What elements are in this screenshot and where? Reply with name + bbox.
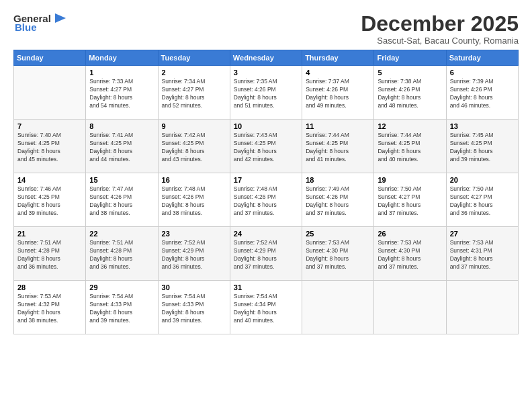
calendar-day-cell: 16Sunrise: 7:48 AM Sunset: 4:26 PM Dayli… — [158, 173, 230, 227]
day-info: Sunrise: 7:44 AM Sunset: 4:25 PM Dayligh… — [306, 132, 370, 164]
day-number: 20 — [450, 176, 515, 184]
subtitle: Sascut-Sat, Bacau County, Romania — [361, 36, 519, 46]
header-day: Thursday — [302, 50, 374, 66]
calendar-day-cell: 18Sunrise: 7:49 AM Sunset: 4:26 PM Dayli… — [302, 173, 374, 227]
day-number: 2 — [162, 68, 226, 77]
svg-marker-0 — [55, 13, 66, 23]
day-info: Sunrise: 7:54 AM Sunset: 4:33 PM Dayligh… — [89, 293, 154, 325]
calendar-day-cell: 14Sunrise: 7:46 AM Sunset: 4:25 PM Dayli… — [14, 173, 86, 227]
logo: General Blue — [13, 12, 67, 33]
calendar-day-cell: 29Sunrise: 7:54 AM Sunset: 4:33 PM Dayli… — [86, 281, 158, 334]
day-number: 18 — [306, 176, 370, 184]
day-info: Sunrise: 7:51 AM Sunset: 4:28 PM Dayligh… — [89, 239, 154, 271]
calendar-week-row: 1Sunrise: 7:33 AM Sunset: 4:27 PM Daylig… — [14, 66, 519, 120]
calendar-day-cell: 15Sunrise: 7:47 AM Sunset: 4:26 PM Dayli… — [86, 173, 158, 227]
logo-arrow-icon — [52, 12, 67, 24]
calendar-day-cell — [374, 281, 446, 334]
day-number: 11 — [306, 122, 370, 130]
day-number: 27 — [450, 230, 515, 238]
calendar-day-cell: 4Sunrise: 7:37 AM Sunset: 4:26 PM Daylig… — [302, 66, 374, 120]
day-number: 21 — [17, 230, 82, 238]
day-number: 31 — [234, 283, 298, 291]
day-number: 12 — [378, 122, 442, 130]
day-info: Sunrise: 7:51 AM Sunset: 4:28 PM Dayligh… — [17, 239, 82, 271]
calendar-day-cell — [302, 281, 374, 334]
calendar-table: SundayMondayTuesdayWednesdayThursdayFrid… — [13, 50, 519, 334]
header-day: Monday — [86, 50, 158, 66]
calendar-day-cell: 28Sunrise: 7:53 AM Sunset: 4:32 PM Dayli… — [14, 281, 86, 334]
title-block: December 2025 Sascut-Sat, Bacau County, … — [361, 12, 519, 46]
page: General Blue December 2025 Sascut-Sat, B… — [0, 0, 532, 411]
day-info: Sunrise: 7:45 AM Sunset: 4:25 PM Dayligh… — [450, 132, 515, 164]
day-number: 3 — [234, 68, 298, 77]
calendar-day-cell: 21Sunrise: 7:51 AM Sunset: 4:28 PM Dayli… — [14, 227, 86, 281]
day-info: Sunrise: 7:33 AM Sunset: 4:27 PM Dayligh… — [89, 78, 154, 110]
day-info: Sunrise: 7:49 AM Sunset: 4:26 PM Dayligh… — [306, 185, 370, 218]
day-info: Sunrise: 7:47 AM Sunset: 4:26 PM Dayligh… — [89, 185, 154, 218]
day-number: 22 — [89, 230, 154, 238]
day-info: Sunrise: 7:42 AM Sunset: 4:25 PM Dayligh… — [162, 132, 226, 164]
month-title: December 2025 — [361, 12, 519, 36]
calendar-day-cell: 27Sunrise: 7:53 AM Sunset: 4:31 PM Dayli… — [446, 227, 518, 281]
day-info: Sunrise: 7:40 AM Sunset: 4:25 PM Dayligh… — [17, 132, 82, 164]
day-info: Sunrise: 7:34 AM Sunset: 4:27 PM Dayligh… — [162, 78, 226, 110]
calendar-day-cell — [14, 66, 86, 120]
day-number: 25 — [306, 230, 370, 238]
day-info: Sunrise: 7:48 AM Sunset: 4:26 PM Dayligh… — [234, 185, 298, 218]
calendar-day-cell: 11Sunrise: 7:44 AM Sunset: 4:25 PM Dayli… — [302, 120, 374, 173]
day-info: Sunrise: 7:48 AM Sunset: 4:26 PM Dayligh… — [162, 185, 226, 218]
day-number: 1 — [89, 68, 154, 77]
calendar-day-cell: 13Sunrise: 7:45 AM Sunset: 4:25 PM Dayli… — [446, 120, 518, 173]
day-number: 23 — [162, 230, 226, 238]
calendar-day-cell: 3Sunrise: 7:35 AM Sunset: 4:26 PM Daylig… — [230, 66, 302, 120]
day-info: Sunrise: 7:54 AM Sunset: 4:34 PM Dayligh… — [234, 293, 298, 325]
day-number: 4 — [306, 68, 370, 77]
calendar-day-cell: 12Sunrise: 7:44 AM Sunset: 4:25 PM Dayli… — [374, 120, 446, 173]
header-day: Tuesday — [158, 50, 230, 66]
day-info: Sunrise: 7:38 AM Sunset: 4:26 PM Dayligh… — [378, 78, 442, 110]
day-info: Sunrise: 7:37 AM Sunset: 4:26 PM Dayligh… — [306, 78, 370, 110]
calendar-day-cell: 8Sunrise: 7:41 AM Sunset: 4:25 PM Daylig… — [86, 120, 158, 173]
day-info: Sunrise: 7:41 AM Sunset: 4:25 PM Dayligh… — [89, 132, 154, 164]
calendar-day-cell: 1Sunrise: 7:33 AM Sunset: 4:27 PM Daylig… — [86, 66, 158, 120]
day-number: 7 — [17, 122, 82, 130]
day-info: Sunrise: 7:54 AM Sunset: 4:33 PM Dayligh… — [162, 293, 226, 325]
calendar-day-cell: 17Sunrise: 7:48 AM Sunset: 4:26 PM Dayli… — [230, 173, 302, 227]
day-info: Sunrise: 7:46 AM Sunset: 4:25 PM Dayligh… — [17, 185, 82, 218]
day-number: 13 — [450, 122, 515, 130]
calendar-day-cell: 19Sunrise: 7:50 AM Sunset: 4:27 PM Dayli… — [374, 173, 446, 227]
day-number: 17 — [234, 176, 298, 184]
day-number: 8 — [89, 122, 154, 130]
day-number: 28 — [17, 283, 82, 291]
calendar-day-cell: 22Sunrise: 7:51 AM Sunset: 4:28 PM Dayli… — [86, 227, 158, 281]
day-info: Sunrise: 7:35 AM Sunset: 4:26 PM Dayligh… — [234, 78, 298, 110]
calendar-day-cell: 5Sunrise: 7:38 AM Sunset: 4:26 PM Daylig… — [374, 66, 446, 120]
day-number: 29 — [89, 283, 154, 291]
day-info: Sunrise: 7:50 AM Sunset: 4:27 PM Dayligh… — [378, 185, 442, 218]
day-info: Sunrise: 7:44 AM Sunset: 4:25 PM Dayligh… — [378, 132, 442, 164]
calendar-week-row: 21Sunrise: 7:51 AM Sunset: 4:28 PM Dayli… — [14, 227, 519, 281]
day-info: Sunrise: 7:53 AM Sunset: 4:30 PM Dayligh… — [306, 239, 370, 271]
calendar-day-cell: 23Sunrise: 7:52 AM Sunset: 4:29 PM Dayli… — [158, 227, 230, 281]
header-day: Wednesday — [230, 50, 302, 66]
day-number: 30 — [162, 283, 226, 291]
day-info: Sunrise: 7:50 AM Sunset: 4:27 PM Dayligh… — [450, 185, 515, 218]
header-day: Friday — [374, 50, 446, 66]
calendar-day-cell: 26Sunrise: 7:53 AM Sunset: 4:30 PM Dayli… — [374, 227, 446, 281]
calendar-week-row: 14Sunrise: 7:46 AM Sunset: 4:25 PM Dayli… — [14, 173, 519, 227]
day-info: Sunrise: 7:53 AM Sunset: 4:30 PM Dayligh… — [378, 239, 442, 271]
calendar-day-cell: 31Sunrise: 7:54 AM Sunset: 4:34 PM Dayli… — [230, 281, 302, 334]
calendar-day-cell: 30Sunrise: 7:54 AM Sunset: 4:33 PM Dayli… — [158, 281, 230, 334]
header-day: Sunday — [14, 50, 86, 66]
day-number: 6 — [450, 68, 515, 77]
header-row: SundayMondayTuesdayWednesdayThursdayFrid… — [14, 50, 519, 66]
day-info: Sunrise: 7:52 AM Sunset: 4:29 PM Dayligh… — [234, 239, 298, 271]
day-info: Sunrise: 7:39 AM Sunset: 4:26 PM Dayligh… — [450, 78, 515, 110]
calendar-day-cell: 20Sunrise: 7:50 AM Sunset: 4:27 PM Dayli… — [446, 173, 518, 227]
calendar-day-cell: 2Sunrise: 7:34 AM Sunset: 4:27 PM Daylig… — [158, 66, 230, 120]
day-number: 19 — [378, 176, 442, 184]
calendar-day-cell: 7Sunrise: 7:40 AM Sunset: 4:25 PM Daylig… — [14, 120, 86, 173]
calendar-day-cell — [446, 281, 518, 334]
calendar-day-cell: 25Sunrise: 7:53 AM Sunset: 4:30 PM Dayli… — [302, 227, 374, 281]
logo-text-blue: Blue — [15, 21, 37, 33]
